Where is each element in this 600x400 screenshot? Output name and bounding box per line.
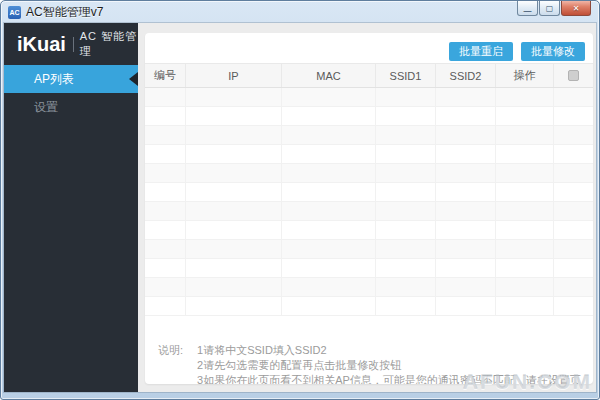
window-title: AC智能管理v7 [26, 4, 103, 21]
toolbar: 批量重启 批量修改 [145, 33, 593, 63]
table-row [145, 240, 593, 259]
logo: iKuai AC 智能管理 [4, 23, 138, 65]
close-icon: ✕ [573, 4, 580, 13]
logo-brand: iKuai [17, 33, 66, 56]
column-header-mac: MAC [282, 64, 376, 87]
minimize-button[interactable]: — [517, 1, 538, 16]
table-body [145, 88, 593, 316]
table-row [145, 259, 593, 278]
notes-lines: 1请将中文SSID填入SSID2 2请先勾选需要的配置再点击批量修改按钮 3如果… [197, 343, 583, 384]
column-header-ssid2: SSID2 [436, 64, 496, 87]
sidebar-item-label: AP列表 [34, 71, 74, 88]
sidebar-nav: AP列表 设置 [4, 65, 138, 121]
maximize-icon: ▢ [546, 4, 554, 13]
minimize-icon: — [524, 9, 532, 13]
table-row [145, 126, 593, 145]
note-line: 2请先勾选需要的配置再点击批量修改按钮 [197, 358, 583, 373]
titlebar[interactable]: AC AC智能管理v7 — ▢ ✕ [1, 1, 599, 23]
table-header: 编号 IP MAC SSID1 SSID2 操作 [145, 63, 593, 88]
column-header-operation: 操作 [496, 64, 554, 87]
column-header-ip: IP [186, 64, 282, 87]
table-row [145, 164, 593, 183]
table-row [145, 88, 593, 107]
client-area: iKuai AC 智能管理 AP列表 设置 批量重启 批量修改 [4, 23, 596, 392]
app-window: AC AC智能管理v7 — ▢ ✕ iKuai AC 智能管理 AP列表 设置 [0, 0, 600, 400]
batch-modify-button[interactable]: 批量修改 [521, 42, 585, 61]
window-controls: — ▢ ✕ [516, 1, 591, 16]
sidebar-item-settings[interactable]: 设置 [4, 93, 138, 121]
column-header-ssid1: SSID1 [376, 64, 436, 87]
logo-product: AC 智能管理 [80, 29, 138, 59]
note-line: 1请将中文SSID填入SSID2 [197, 343, 583, 358]
table-row [145, 183, 593, 202]
ap-list-panel: 批量重启 批量修改 编号 IP MAC SSID1 SSID2 操作 说明 [145, 33, 593, 384]
note-line: 3如果你在此页面看不到相关AP信息，可能是您的通讯密码不匹配，请在设置页面修改。 [197, 373, 583, 384]
sidebar-item-ap-list[interactable]: AP列表 [4, 65, 138, 93]
column-header-number: 编号 [145, 64, 186, 87]
select-all-checkbox[interactable] [568, 70, 579, 81]
app-icon: AC [8, 6, 21, 19]
sidebar-item-label: 设置 [34, 99, 58, 116]
table-row [145, 107, 593, 126]
table-row [145, 202, 593, 221]
notes-label: 说明: [158, 343, 183, 384]
sidebar: iKuai AC 智能管理 AP列表 设置 [4, 23, 138, 392]
close-button[interactable]: ✕ [561, 1, 591, 16]
batch-restart-button[interactable]: 批量重启 [449, 42, 513, 61]
logo-separator [73, 37, 74, 52]
maximize-button[interactable]: ▢ [539, 1, 560, 16]
notes-section: 说明: 1请将中文SSID填入SSID2 2请先勾选需要的配置再点击批量修改按钮… [145, 316, 593, 384]
main-content: 批量重启 批量修改 编号 IP MAC SSID1 SSID2 操作 说明 [138, 23, 596, 392]
table-row [145, 278, 593, 297]
table-row [145, 145, 593, 164]
table-row [145, 297, 593, 316]
selected-item-arrow-icon [129, 72, 138, 86]
table-row [145, 221, 593, 240]
column-header-select [554, 64, 593, 87]
